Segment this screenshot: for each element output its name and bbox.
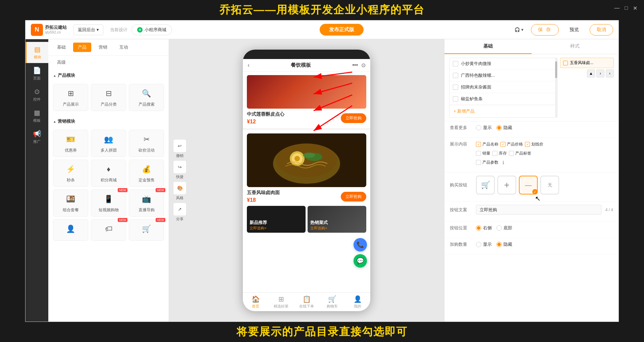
cancel-button[interactable]: 取消 — [590, 24, 613, 36]
btn-pos-right-radio[interactable] — [476, 225, 481, 231]
module-points-shop[interactable]: ♦ 积分商城 — [91, 160, 126, 187]
product-list-item-2[interactable]: 广西特色酸辣螺... — [449, 70, 557, 81]
module-cart[interactable]: 🛒 — [129, 219, 164, 241]
promo-card-hot[interactable]: 热销菜式 立即选购> — [308, 206, 366, 233]
svg-point-5 — [294, 156, 300, 161]
tab-marketing[interactable]: 营销 — [94, 43, 112, 52]
support-button[interactable]: 🎧 ▾ — [511, 25, 527, 34]
module-bargain[interactable]: ✂ 砍价活动 — [129, 130, 164, 157]
cb-product-name-box[interactable] — [476, 142, 481, 147]
product-name-item-4: 椒盐鲈鱼条 — [461, 96, 483, 102]
mini-program-button[interactable]: ⊕ 小程序商城 — [131, 24, 172, 35]
nav-featured[interactable]: ⊞ 精选好菜 — [268, 295, 294, 309]
cb-product-price-box[interactable] — [500, 142, 505, 147]
fab-wechat-btn[interactable]: 💬 — [354, 254, 367, 268]
module-user[interactable]: 👤 — [53, 219, 88, 241]
button-text-input[interactable] — [476, 205, 601, 215]
back-button[interactable]: 返回后台 ▾ — [73, 24, 103, 35]
sidebar-item-promote[interactable]: 📢 推广 — [25, 126, 48, 148]
see-more-show[interactable]: 显示 — [476, 125, 492, 131]
close-btn[interactable]: ✕ — [633, 5, 637, 11]
style-button[interactable]: 🎨 — [173, 181, 186, 195]
module-flash-sale[interactable]: ⚡ 秒杀 — [53, 160, 88, 187]
sidebar-item-controls[interactable]: ⊙ 控件 — [25, 84, 48, 105]
undo-button[interactable]: ↩ — [173, 139, 186, 153]
cb-sales[interactable]: 销量 — [476, 151, 490, 156]
cb-product-tag-box[interactable] — [509, 151, 514, 156]
add-product-button[interactable]: + 新增产品 — [449, 105, 557, 117]
redo-button[interactable]: ↪ — [173, 160, 186, 174]
cb-strike-price-box[interactable] — [525, 142, 530, 147]
nav-mine[interactable]: 👤 我的 — [345, 295, 370, 309]
cb-sales-box[interactable] — [476, 151, 481, 156]
maximize-btn[interactable]: □ — [625, 5, 628, 11]
cb-stock-box[interactable] — [492, 151, 497, 156]
btn-pos-bottom[interactable]: 底部 — [496, 225, 512, 231]
module-coupon[interactable]: 🎫 优惠券 — [53, 130, 88, 157]
minimize-btn[interactable]: — — [614, 5, 620, 11]
see-more-hide[interactable]: 隐藏 — [496, 125, 512, 131]
product-list-item-1[interactable]: 小炒黄牛肉微辣 — [449, 58, 557, 70]
module-live-shop[interactable]: 📺 直播导购 — [129, 189, 164, 217]
tab-interactive[interactable]: 互动 — [115, 43, 133, 52]
module-product-search[interactable]: 🔍 产品搜索 — [129, 84, 164, 111]
btn-pos-bottom-radio[interactable] — [496, 225, 502, 231]
fab-phone-btn[interactable]: 📞 — [354, 238, 367, 251]
cb-stock[interactable]: 库存 — [492, 151, 507, 156]
nav-home[interactable]: 🏠 首页 — [243, 295, 268, 309]
qty-show-radio[interactable] — [476, 242, 481, 247]
right-tab-style[interactable]: 样式 — [532, 39, 619, 54]
see-more-hide-radio[interactable] — [496, 125, 502, 130]
tab-basic[interactable]: 基础 — [52, 43, 70, 52]
sidebar-item-modules[interactable]: ▤ 模块 — [25, 42, 48, 63]
qty-show[interactable]: 显示 — [476, 241, 492, 247]
share-button[interactable]: ↗ — [173, 203, 186, 216]
preview-button[interactable]: 预览 — [563, 24, 586, 35]
module-group-buy[interactable]: 👥 多人拼团 — [91, 130, 126, 157]
tab-product[interactable]: 产品 — [73, 43, 91, 52]
nav-cart-label: 购物车 — [327, 304, 338, 309]
module-combo[interactable]: 🍱 组合套餐 — [53, 189, 88, 217]
points-shop-label: 积分商城 — [101, 177, 117, 183]
cb-product-tag[interactable]: 产品标签 — [509, 151, 531, 156]
product-checkbox-1[interactable] — [453, 61, 458, 66]
cb-product-params[interactable]: 产品参数 — [476, 160, 498, 165]
btn-pos-right[interactable]: 右侧 — [476, 225, 492, 231]
qty-hide[interactable]: 隐藏 — [496, 241, 512, 247]
promo-card-new[interactable]: 新品推荐 立即选购> — [247, 206, 306, 233]
right-tab-basic[interactable]: 基础 — [444, 39, 532, 54]
promote-icon: 📢 — [33, 130, 41, 138]
module-presale[interactable]: 💰 定金预售 — [129, 160, 164, 187]
nav-right-btn[interactable]: › — [596, 69, 604, 77]
cb-product-name[interactable]: 产品名称 — [476, 141, 498, 147]
cb-strike-price[interactable]: 划线价 — [525, 141, 543, 147]
nav-order[interactable]: 📋 在线下单 — [294, 295, 319, 309]
publish-button[interactable]: 发布正式版 — [320, 24, 364, 36]
product-checkbox-2[interactable] — [453, 73, 458, 78]
cb-product-params-box[interactable] — [476, 160, 481, 165]
product-list-item-4[interactable]: 椒盐鲈鱼条 — [449, 93, 557, 105]
module-product-display[interactable]: ⊞ 产品展示 — [53, 84, 88, 111]
buy-btn-1[interactable]: 立即抢购 — [341, 113, 366, 123]
buy-opt-none[interactable]: 无 — [540, 176, 559, 194]
nav-up-btn[interactable]: ▲ — [587, 69, 595, 77]
see-more-show-radio[interactable] — [476, 125, 481, 130]
sidebar-item-templates[interactable]: ▦ 模板 — [25, 105, 48, 126]
nav-cart[interactable]: 🛒 购物车 — [319, 295, 345, 309]
save-button[interactable]: 保 存 — [531, 24, 559, 36]
product-list-item-3[interactable]: 招牌肉末杂酱面 — [449, 81, 557, 93]
product-checkbox-4[interactable] — [453, 96, 458, 102]
module-video-shop[interactable]: 📱 短视频购物 — [91, 189, 126, 217]
product-checkbox-3[interactable] — [453, 84, 458, 90]
tab-advanced[interactable]: 高级 — [52, 58, 165, 67]
buy-opt-cart[interactable]: 🛒 — [476, 176, 495, 194]
buy-btn-2[interactable]: 立即抢购 — [341, 192, 366, 202]
sidebar-item-pages[interactable]: 📄 页面 — [25, 63, 48, 84]
module-tag[interactable]: 🏷 — [91, 219, 126, 241]
buy-opt-plus[interactable]: + — [497, 176, 516, 194]
cb-product-price[interactable]: 产品价格 — [500, 141, 523, 147]
nav-left-btn[interactable]: ‹ — [606, 69, 614, 77]
module-product-category[interactable]: ⊟ 产品分类 — [91, 84, 126, 111]
qty-hide-radio[interactable] — [496, 242, 502, 247]
buy-opt-minus[interactable]: — ✓ — [519, 176, 538, 194]
